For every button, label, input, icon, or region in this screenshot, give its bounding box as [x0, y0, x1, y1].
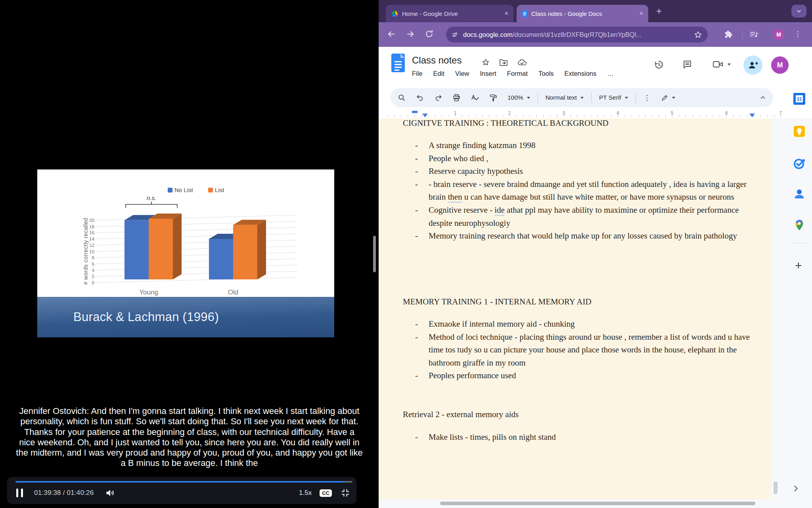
add-side-panel-app-button[interactable]: + — [795, 259, 802, 272]
close-tab-icon[interactable]: × — [638, 10, 644, 17]
version-history-button[interactable] — [654, 60, 664, 70]
doc-bullet-list: A strange finding katzman 1998People who… — [415, 139, 753, 242]
right-indent-marker[interactable] — [749, 114, 755, 117]
document-status-cloud-icon[interactable] — [517, 58, 527, 68]
ruler-number: 2 — [508, 110, 511, 116]
google-calendar-icon[interactable]: 31 — [793, 92, 806, 105]
comment-icon — [682, 60, 692, 69]
share-button[interactable] — [743, 56, 762, 75]
google-contacts-icon[interactable] — [793, 188, 806, 200]
tab-google-docs-active[interactable]: Class notes - Google Docs × — [517, 5, 648, 22]
first-line-indent-marker[interactable] — [412, 111, 417, 113]
tab-search-chevron-button[interactable] — [791, 5, 806, 17]
browser-toolbar: docs.google.com/document/d/1vz8rDXFBqrR7… — [379, 22, 812, 47]
doc-bullet-item: Make lists - times, pills on night stand — [415, 431, 753, 444]
extensions-button[interactable] — [724, 30, 733, 40]
person-add-icon — [748, 60, 758, 70]
reload-button[interactable] — [425, 29, 434, 40]
svg-text:12: 12 — [89, 243, 94, 248]
hide-menus-button[interactable] — [760, 94, 766, 101]
vertical-scrollbar-thumb[interactable] — [774, 481, 778, 494]
horizontal-scrollbar-thumb[interactable] — [440, 502, 755, 505]
ruler-number: 1 — [454, 110, 457, 116]
playback-speed-button[interactable]: 1.5x — [299, 489, 312, 497]
print-button[interactable] — [452, 94, 461, 102]
pause-button[interactable] — [16, 489, 23, 497]
editing-mode-select[interactable] — [661, 94, 675, 102]
left-indent-marker[interactable] — [422, 114, 428, 117]
svg-text:List: List — [215, 187, 224, 193]
toolbar-divider — [742, 31, 743, 38]
svg-text:No List: No List — [174, 187, 193, 193]
menu-item[interactable]: View — [455, 70, 469, 77]
undo-button[interactable] — [416, 94, 424, 102]
google-docs-logo[interactable] — [391, 53, 406, 73]
more-toolbar-options-button[interactable]: ⋮ — [643, 93, 651, 102]
browser-menu-button[interactable]: ⋮ — [794, 29, 802, 38]
bookmark-star-button[interactable] — [694, 31, 702, 39]
volume-button[interactable] — [105, 488, 115, 498]
docs-toolbar: 100% Normal text PT Serif ⋮ — [391, 88, 773, 107]
doc-bullet-item: Cognitive reserve - ide athat ppl may ha… — [415, 204, 753, 229]
meet-video-call-button[interactable] — [712, 60, 731, 69]
docs-header: Class notes FileEditViewInsertFormatTool… — [379, 47, 812, 85]
menu-item[interactable]: … — [607, 70, 614, 77]
svg-text:# words correctly recalled: # words correctly recalled — [82, 217, 89, 285]
back-button[interactable] — [387, 29, 396, 40]
ruler-number: 3 — [562, 110, 565, 116]
site-settings-icon[interactable] — [452, 31, 458, 38]
document-title[interactable]: Class notes — [412, 55, 462, 66]
move-to-folder-button[interactable] — [499, 58, 508, 68]
redo-button[interactable] — [434, 94, 442, 102]
paint-format-button[interactable] — [489, 94, 498, 102]
svg-text:8: 8 — [92, 255, 94, 260]
docs-toolbar-row: 100% Normal text PT Serif ⋮ — [379, 85, 812, 110]
caption-line: Jennifer Ostovich: And then I'm gonna st… — [0, 406, 379, 416]
toolbar-divider — [636, 92, 636, 103]
video-pane-scrollbar-thumb[interactable] — [373, 236, 376, 272]
address-bar[interactable]: docs.google.com/document/d/1vz8rDXFBqrR7… — [446, 27, 708, 42]
browser-profile-avatar[interactable]: M — [773, 29, 784, 40]
media-controls-button[interactable] — [749, 30, 758, 40]
menu-item[interactable]: Insert — [480, 70, 496, 77]
forward-button[interactable] — [406, 29, 415, 40]
search-menus-button[interactable] — [398, 94, 406, 102]
paragraph-style-select[interactable]: Normal text — [546, 94, 584, 101]
ruler: 1234567 — [379, 110, 787, 118]
comments-button[interactable] — [682, 60, 692, 69]
exit-fullscreen-button[interactable] — [341, 488, 350, 498]
docs-account-avatar[interactable]: M — [771, 56, 789, 74]
spelling-check-button[interactable] — [471, 94, 479, 102]
closed-captions-button[interactable]: CC — [320, 489, 332, 497]
caption-line: Thanks for your patience at the beginnin… — [0, 427, 379, 437]
current-time: 01:39:38 — [34, 489, 61, 496]
star-document-button[interactable] — [482, 58, 490, 68]
google-tasks-icon[interactable] — [793, 157, 806, 170]
svg-text:20: 20 — [89, 218, 94, 223]
menu-item[interactable]: Edit — [433, 70, 444, 77]
zoom-select[interactable]: 100% — [508, 94, 530, 101]
svg-text:6: 6 — [92, 262, 94, 266]
menu-item[interactable]: Tools — [538, 70, 554, 77]
menu-item[interactable]: File — [412, 70, 423, 77]
doc-bullet-item: Peoples performance used — [415, 369, 753, 382]
menu-item[interactable]: Format — [507, 70, 528, 77]
video-progress-bar[interactable] — [15, 481, 352, 483]
svg-text:16: 16 — [89, 230, 94, 235]
close-tab-icon[interactable]: × — [504, 10, 509, 17]
google-keep-icon[interactable] — [793, 125, 806, 138]
show-side-panel-button[interactable] — [791, 484, 800, 493]
new-tab-button[interactable]: + — [656, 6, 662, 16]
caption-line: personality, which is fun stuff. So we'l… — [0, 416, 379, 427]
tab-google-drive[interactable]: Home - Google Drive × — [386, 5, 513, 22]
chevron-down-icon — [728, 64, 731, 65]
search-icon — [398, 94, 406, 102]
document-page[interactable]: CIGNITVE TRAINING : THEORETICAL BACKGROU… — [379, 118, 771, 499]
google-maps-icon[interactable] — [793, 219, 806, 231]
chevron-down-icon — [796, 8, 802, 14]
video-duration: 01:40:26 — [67, 489, 94, 496]
video-time-display: 01:39:38 / 01:40:26 — [34, 489, 94, 497]
font-select[interactable]: PT Serif — [599, 94, 628, 101]
chevron-down-icon — [625, 97, 628, 99]
menu-item[interactable]: Extensions — [565, 70, 597, 77]
